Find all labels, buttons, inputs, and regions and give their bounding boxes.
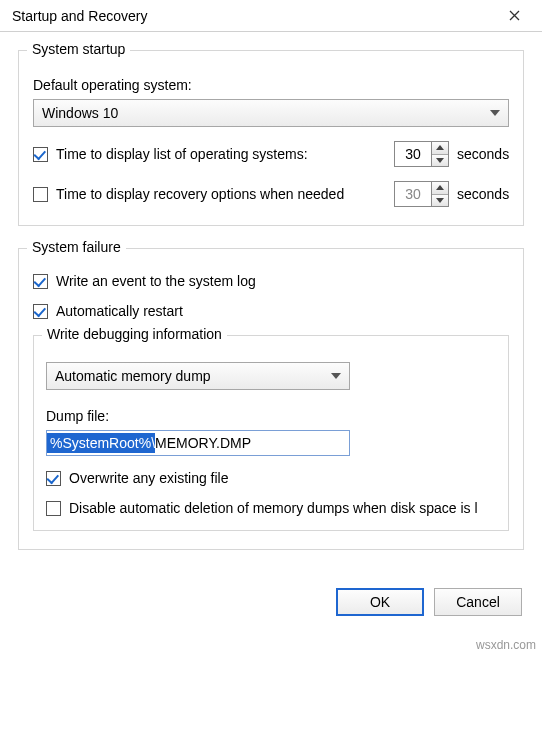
watermark-text: wsxdn.com bbox=[476, 638, 536, 652]
window-title: Startup and Recovery bbox=[12, 8, 147, 24]
chevron-down-icon bbox=[490, 110, 500, 116]
row-display-os-list: Time to display list of operating system… bbox=[33, 141, 509, 167]
ok-button[interactable]: OK bbox=[336, 588, 424, 616]
checkbox-display-os-list[interactable] bbox=[33, 147, 48, 162]
chevron-down-icon bbox=[331, 373, 341, 379]
checkbox-write-event[interactable] bbox=[33, 274, 48, 289]
debug-type-select[interactable]: Automatic memory dump bbox=[46, 362, 350, 390]
group-title-debugging: Write debugging information bbox=[42, 326, 227, 342]
checkbox-overwrite[interactable] bbox=[46, 471, 61, 486]
debug-type-value: Automatic memory dump bbox=[55, 368, 211, 384]
dump-file-rest: MEMORY.DMP bbox=[155, 435, 251, 451]
label-display-recovery: Time to display recovery options when ne… bbox=[56, 186, 344, 202]
seconds-label-2: seconds bbox=[457, 186, 509, 202]
arrow-up-icon[interactable] bbox=[432, 182, 448, 195]
close-icon bbox=[509, 10, 520, 21]
row-display-recovery: Time to display recovery options when ne… bbox=[33, 181, 509, 207]
checkbox-auto-restart[interactable] bbox=[33, 304, 48, 319]
spinner-value-os-list[interactable]: 30 bbox=[394, 141, 432, 167]
close-button[interactable] bbox=[492, 2, 536, 30]
row-overwrite: Overwrite any existing file bbox=[46, 470, 496, 486]
dump-file-label: Dump file: bbox=[46, 408, 496, 424]
spinner-display-os-list[interactable]: 30 bbox=[394, 141, 449, 167]
label-overwrite: Overwrite any existing file bbox=[69, 470, 229, 486]
label-auto-restart: Automatically restart bbox=[56, 303, 183, 319]
label-disable-deletion: Disable automatic deletion of memory dum… bbox=[69, 500, 478, 516]
dump-file-selection: %SystemRoot%\ bbox=[47, 433, 155, 453]
cancel-button[interactable]: Cancel bbox=[434, 588, 522, 616]
row-disable-deletion: Disable automatic deletion of memory dum… bbox=[46, 500, 496, 516]
group-write-debugging: Write debugging information Automatic me… bbox=[33, 335, 509, 531]
checkbox-disable-deletion[interactable] bbox=[46, 501, 61, 516]
arrow-up-icon[interactable] bbox=[432, 142, 448, 155]
dialog-button-row: OK Cancel bbox=[0, 572, 542, 616]
label-write-event: Write an event to the system log bbox=[56, 273, 256, 289]
checkbox-display-recovery[interactable] bbox=[33, 187, 48, 202]
arrow-down-icon[interactable] bbox=[432, 195, 448, 207]
content-area: System startup Default operating system:… bbox=[0, 32, 542, 550]
default-os-label: Default operating system: bbox=[33, 77, 509, 93]
ok-button-label: OK bbox=[370, 594, 390, 610]
seconds-label-1: seconds bbox=[457, 146, 509, 162]
row-write-event: Write an event to the system log bbox=[33, 273, 509, 289]
titlebar: Startup and Recovery bbox=[0, 0, 542, 32]
group-system-startup: System startup Default operating system:… bbox=[18, 50, 524, 226]
arrow-down-icon[interactable] bbox=[432, 155, 448, 167]
spinner-value-recovery[interactable]: 30 bbox=[394, 181, 432, 207]
spinner-display-recovery[interactable]: 30 bbox=[394, 181, 449, 207]
dump-file-input[interactable]: %SystemRoot%\MEMORY.DMP bbox=[46, 430, 350, 456]
row-auto-restart: Automatically restart bbox=[33, 303, 509, 319]
spinner-buttons-os-list[interactable] bbox=[432, 141, 449, 167]
group-title-startup: System startup bbox=[27, 41, 130, 57]
group-title-failure: System failure bbox=[27, 239, 126, 255]
cancel-button-label: Cancel bbox=[456, 594, 500, 610]
default-os-select[interactable]: Windows 10 bbox=[33, 99, 509, 127]
spinner-buttons-recovery[interactable] bbox=[432, 181, 449, 207]
label-display-os-list: Time to display list of operating system… bbox=[56, 146, 308, 162]
group-system-failure: System failure Write an event to the sys… bbox=[18, 248, 524, 550]
default-os-value: Windows 10 bbox=[42, 105, 118, 121]
